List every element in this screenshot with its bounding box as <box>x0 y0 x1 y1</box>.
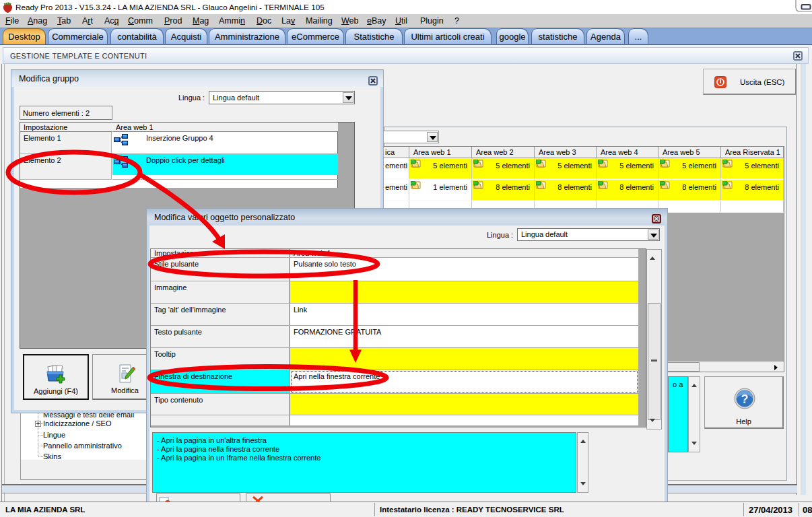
svg-text:?: ? <box>741 392 749 406</box>
